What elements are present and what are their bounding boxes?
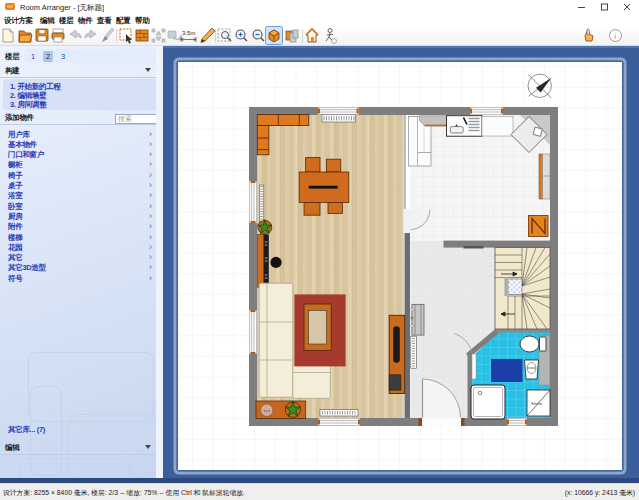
svg-text:3.5m: 3.5m <box>182 30 195 36</box>
svg-text:Sèche: Sèche <box>531 401 543 406</box>
